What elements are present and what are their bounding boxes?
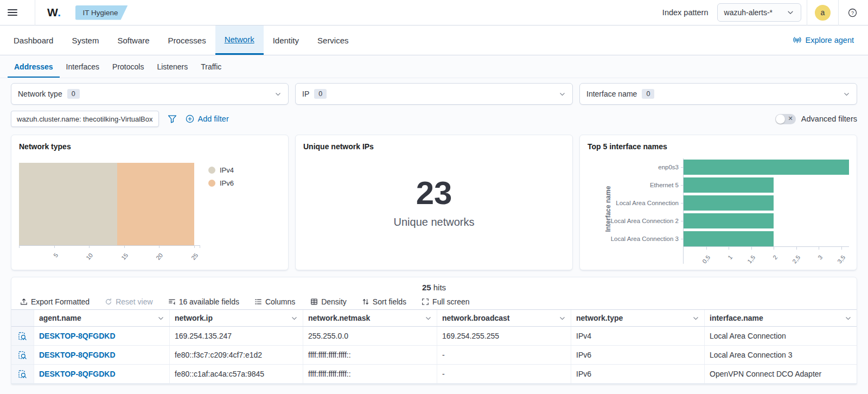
metric-value: 23	[416, 177, 452, 209]
filter-combo-interface-name[interactable]: Interface name0	[579, 83, 857, 105]
active-filter-pill[interactable]: wazuh.cluster.name: thecotilking-Virtual…	[11, 111, 159, 127]
legend-item-ipv6[interactable]: IPv6	[208, 179, 234, 187]
table-row: DESKTOP-8QFGDKDfe80::c1af:ac4a:c57a:9845…	[11, 365, 857, 384]
subtab-addresses[interactable]: Addresses	[8, 55, 60, 78]
inspect-icon[interactable]	[18, 332, 27, 341]
advanced-filters-label: Advanced filters	[801, 115, 857, 123]
inspect-cell[interactable]	[11, 327, 34, 345]
axis-tick-label: 1,5	[741, 254, 756, 264]
tab-identity[interactable]: Identity	[264, 26, 308, 55]
reset-view-button[interactable]: Reset view	[105, 297, 152, 306]
columns-icon	[254, 298, 262, 306]
count-badge: 0	[314, 89, 327, 99]
axis-tick	[194, 245, 195, 248]
bar-local-area-connection-3[interactable]	[684, 231, 774, 246]
cell-agent-name[interactable]: DESKTOP-8QFGDKD	[34, 327, 170, 345]
axis-tick-label: 2,5	[786, 254, 801, 264]
filter-combo-row: Network type0IP0Interface name0	[0, 78, 868, 107]
tab-system[interactable]: System	[62, 26, 108, 55]
inspect-icon[interactable]	[18, 370, 27, 379]
cell-agent-name[interactable]: DESKTOP-8QFGDKD	[34, 346, 170, 364]
cell-network-ip: fe80::c1af:ac4a:c57a:9845	[170, 365, 303, 383]
index-pattern-select[interactable]: wazuh-alerts-*	[717, 3, 801, 22]
subtab-protocols[interactable]: Protocols	[106, 55, 150, 78]
avatar[interactable]: a	[815, 5, 831, 21]
cell-network-type: IPv4	[571, 327, 705, 345]
axis-tick	[200, 245, 200, 248]
results-table-panel: 25 hits Export Formatted Reset view 16 a…	[11, 277, 857, 384]
available-fields-button[interactable]: 16 available fields	[168, 297, 239, 306]
fullscreen-icon	[422, 298, 429, 306]
subtab-interfaces[interactable]: Interfaces	[60, 55, 106, 78]
bar-local-area-connection[interactable]	[684, 195, 774, 211]
inspect-cell[interactable]	[11, 365, 34, 383]
column-header-network.ip[interactable]: network.ip	[170, 310, 303, 326]
axis-tick-label: 20	[148, 252, 164, 270]
inspect-cell[interactable]	[11, 346, 34, 364]
tab-dashboard[interactable]: Dashboard	[4, 26, 62, 55]
sort-fields-button[interactable]: Sort fields	[362, 297, 406, 306]
chevron-down-icon	[787, 9, 794, 16]
cell-interface-name: Local Area Connection	[705, 327, 857, 345]
legend-item-ipv4[interactable]: IPv4	[208, 166, 234, 174]
full-screen-button[interactable]: Full screen	[422, 297, 469, 306]
index-pattern-label: Index pattern	[662, 8, 709, 17]
sub-tabs: AddressesInterfacesProtocolsListenersTra…	[0, 55, 868, 78]
bar-segment-ipv6[interactable]	[117, 163, 194, 245]
category-label: Local Area Connection 3	[595, 231, 683, 246]
datagrid-toolbar: Export Formatted Reset view 16 available…	[11, 293, 857, 309]
filter-combo-ip[interactable]: IP0	[295, 83, 573, 105]
help-icon[interactable]: ?	[844, 4, 860, 21]
menu-icon[interactable]	[8, 0, 29, 26]
tab-network[interactable]: Network	[215, 26, 264, 55]
broadcast-icon	[793, 36, 802, 45]
cell-interface-name: OpenVPN Connect DCO Adapter	[705, 365, 857, 383]
axis-tick	[89, 245, 90, 248]
axis-tick-label: 1	[718, 254, 733, 264]
column-header-agent.name[interactable]: agent.name	[34, 310, 170, 326]
cell-network-netmask: 255.255.0.0	[303, 327, 437, 345]
main-tabs: DashboardSystemSoftwareProcessesNetworkI…	[0, 26, 868, 55]
y-axis-label: Interface name	[604, 186, 612, 232]
density-button[interactable]: Density	[310, 297, 347, 306]
bar-enp0s3[interactable]	[684, 160, 849, 175]
tab-processes[interactable]: Processes	[159, 26, 215, 55]
filter-funnel-icon[interactable]	[164, 113, 180, 125]
cell-agent-name[interactable]: DESKTOP-8QFGDKD	[34, 365, 170, 383]
axis-tick-label: 3	[808, 254, 824, 264]
add-filter-button[interactable]: Add filter	[186, 115, 229, 123]
module-badge[interactable]: IT Hygiene	[75, 5, 128, 20]
columns-button[interactable]: Columns	[254, 297, 295, 306]
advanced-filters-toggle[interactable]: ✕	[775, 114, 796, 124]
network-types-chart[interactable]: 510152025	[19, 163, 194, 263]
count-badge: 0	[642, 89, 654, 99]
column-header-interface.name[interactable]: interface.name	[705, 310, 857, 326]
column-header-network.broadcast[interactable]: network.broadcast	[437, 310, 571, 326]
sort-icon	[362, 298, 369, 306]
subtab-listeners[interactable]: Listeners	[150, 55, 194, 78]
axis-tick-label: 3,5	[831, 254, 846, 264]
cell-network-ip: fe80::f3c7:c209:4cf7:e1d2	[170, 346, 303, 364]
wazuh-logo[interactable]: W.	[41, 6, 68, 19]
top5-chart[interactable]: 0,511,522,533,5	[683, 158, 849, 264]
bar-ethernet-5[interactable]	[684, 177, 774, 193]
panel-network-types: Network types 510152025 IPv4IPv6	[11, 135, 289, 270]
column-header-network.netmask[interactable]: network.netmask	[303, 310, 437, 326]
tab-software[interactable]: Software	[108, 26, 158, 55]
subtab-traffic[interactable]: Traffic	[194, 55, 228, 78]
bar-local-area-connection-2[interactable]	[684, 213, 774, 228]
inspect-icon[interactable]	[18, 351, 27, 360]
export-formatted-button[interactable]: Export Formatted	[20, 297, 90, 306]
bar-segment-ipv4[interactable]	[19, 163, 117, 245]
legend-dot	[208, 167, 215, 174]
explore-agent-button[interactable]: Explore agent	[783, 26, 864, 55]
column-header-network.type[interactable]: network.type	[571, 310, 705, 326]
density-icon	[310, 298, 318, 306]
cell-network-netmask: ffff:ffff:ffff:ffff::	[303, 365, 437, 383]
filter-combo-network-type[interactable]: Network type0	[11, 83, 289, 105]
tab-services[interactable]: Services	[308, 26, 358, 55]
top-bar: W. IT Hygiene Index pattern wazuh-alerts…	[0, 0, 868, 26]
add-circle-icon	[186, 115, 194, 123]
hits-count: 25 hits	[11, 277, 857, 293]
header-control-cell	[11, 310, 34, 326]
